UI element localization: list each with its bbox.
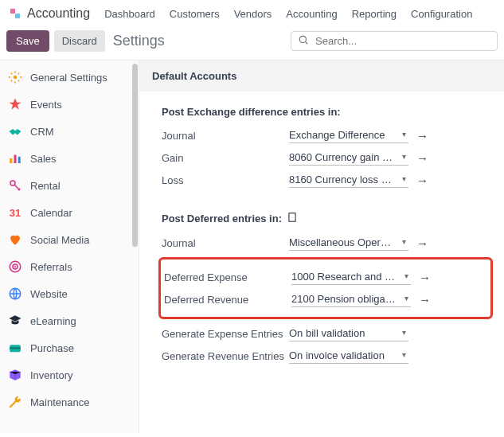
menu-reporting[interactable]: Reporting [352,8,397,20]
label-generate-revenue: Generate Revenue Entries [162,350,289,362]
handshake-icon [8,124,22,139]
svg-rect-3 [10,158,12,163]
menu-customers[interactable]: Customers [170,8,220,20]
external-link-icon[interactable]: → [416,151,428,165]
sidebar-item-maintenance[interactable]: Maintenance [0,388,139,416]
app-title: Accounting [8,6,90,21]
row-exchange-loss: Loss 8160 Currency loss (discounted) ▾ → [162,172,490,188]
external-link-icon[interactable]: → [416,236,428,250]
field-generate-revenue[interactable]: On invoice validation ▾ [289,348,408,364]
settings-content: Default Accounts Post Exchange differenc… [139,60,504,433]
calendar-icon: 31 [8,205,22,220]
field-exchange-gain[interactable]: 8060 Currency gain (accrued) ▾ [289,150,408,166]
sidebar-item-rental[interactable]: Rental [0,172,139,199]
sidebar-item-calendar[interactable]: 31 Calendar [0,199,139,226]
row-deferred-journal: Journal Miscellaneous Operations ▾ → [162,235,490,251]
label-journal: Journal [162,130,289,142]
discard-button[interactable]: Discard [54,30,105,52]
sidebar-scrollbar[interactable] [131,64,139,247]
field-deferred-journal[interactable]: Miscellaneous Operations ▾ [289,235,408,251]
menu-vendors[interactable]: Vendors [234,8,272,20]
field-exchange-loss[interactable]: 8160 Currency loss (discounted) ▾ [289,172,408,188]
group-exchange-title: Post Exchange difference entries in: [162,106,490,118]
search-box[interactable] [291,31,498,51]
key-icon [8,178,22,193]
external-link-icon[interactable]: → [416,174,428,187]
row-deferred-revenue: Deferred Revenue 2100 Pension obligation… [164,291,487,307]
top-menu-bar: Accounting Dashboard Customers Vendors A… [0,0,504,25]
box-icon [8,368,22,382]
app-logo-icon [8,6,22,21]
svg-point-9 [14,266,16,267]
sidebar-item-events[interactable]: Events [0,91,139,118]
sidebar-item-referrals[interactable]: Referrals [0,253,139,280]
svg-line-1 [306,42,308,45]
sidebar-item-label: Social Media [30,234,89,246]
chevron-down-icon: ▾ [404,294,408,302]
svg-point-6 [10,181,15,185]
star-icon [8,97,22,111]
sidebar-item-general-settings[interactable]: General Settings [0,64,139,91]
label-gain: Gain [162,152,289,164]
svg-rect-4 [14,155,17,164]
sidebar-item-inventory[interactable]: Inventory [0,361,139,388]
field-generate-expense[interactable]: On bill validation ▾ [289,326,408,341]
svg-rect-5 [18,157,21,163]
page-title: Settings [113,33,165,49]
sidebar-item-label: Maintenance [30,396,89,408]
sidebar-item-purchase[interactable]: Purchase [0,334,139,361]
label-loss: Loss [162,174,289,186]
row-generate-revenue: Generate Revenue Entries On invoice vali… [162,348,490,364]
building-icon [287,212,298,225]
external-link-icon[interactable]: → [419,293,431,306]
row-deferred-expense: Deferred Expense 1000 Research and devel… [164,269,487,285]
sidebar-item-label: eLearning [30,315,76,327]
sidebar-item-label: Calendar [30,207,72,219]
globe-icon [8,287,22,301]
external-link-icon[interactable]: → [416,129,428,142]
row-exchange-journal: Journal Exchange Difference ▾ → [162,127,490,143]
sidebar-item-label: General Settings [30,72,107,84]
sidebar-item-label: Website [30,288,68,300]
sidebar-item-label: Referrals [30,261,72,273]
sidebar-item-label: Rental [30,180,61,192]
search-input[interactable] [314,34,490,48]
wrench-icon [8,395,22,409]
graduation-cap-icon [8,314,22,328]
save-button[interactable]: Save [6,30,49,52]
sidebar-item-elearning[interactable]: eLearning [0,307,139,334]
sidebar-item-crm[interactable]: CRM [0,118,139,145]
wallet-icon [8,341,22,355]
menu-dashboard[interactable]: Dashboard [104,8,155,20]
field-exchange-journal[interactable]: Exchange Difference ▾ [289,127,408,143]
label-deferred-journal: Journal [162,237,289,249]
group-deferred-title: Post Deferred entries in: [162,212,490,225]
gear-icon [8,70,22,84]
svg-point-0 [299,36,306,42]
svg-point-2 [14,76,18,80]
row-generate-expense: Generate Expense Entries On bill validat… [162,326,490,341]
sidebar-item-social-media[interactable]: Social Media [0,226,139,253]
highlight-box: Deferred Expense 1000 Research and devel… [158,257,493,319]
field-deferred-expense[interactable]: 1000 Research and development ▾ [291,269,411,285]
chevron-down-icon: ▾ [402,152,406,161]
sidebar-item-label: Inventory [30,369,72,381]
svg-rect-12 [10,347,21,349]
chevron-down-icon: ▾ [402,174,406,183]
target-icon [8,259,22,274]
sidebar-item-sales[interactable]: Sales [0,145,139,172]
sub-bar: Save Discard Settings [0,25,504,60]
chevron-down-icon: ▾ [402,130,406,139]
top-menu: Dashboard Customers Vendors Accounting R… [104,8,472,20]
sidebar-item-label: Purchase [30,342,74,354]
svg-rect-13 [289,213,295,222]
external-link-icon[interactable]: → [419,271,431,284]
chevron-down-icon: ▾ [402,237,406,246]
label-generate-expense: Generate Expense Entries [162,328,289,340]
field-deferred-revenue[interactable]: 2100 Pension obligations ▾ [291,291,411,307]
label-deferred-expense: Deferred Expense [164,271,291,283]
menu-accounting[interactable]: Accounting [286,8,337,20]
menu-configuration[interactable]: Configuration [411,8,472,20]
chevron-down-icon: ▾ [402,350,406,359]
sidebar-item-website[interactable]: Website [0,280,139,307]
